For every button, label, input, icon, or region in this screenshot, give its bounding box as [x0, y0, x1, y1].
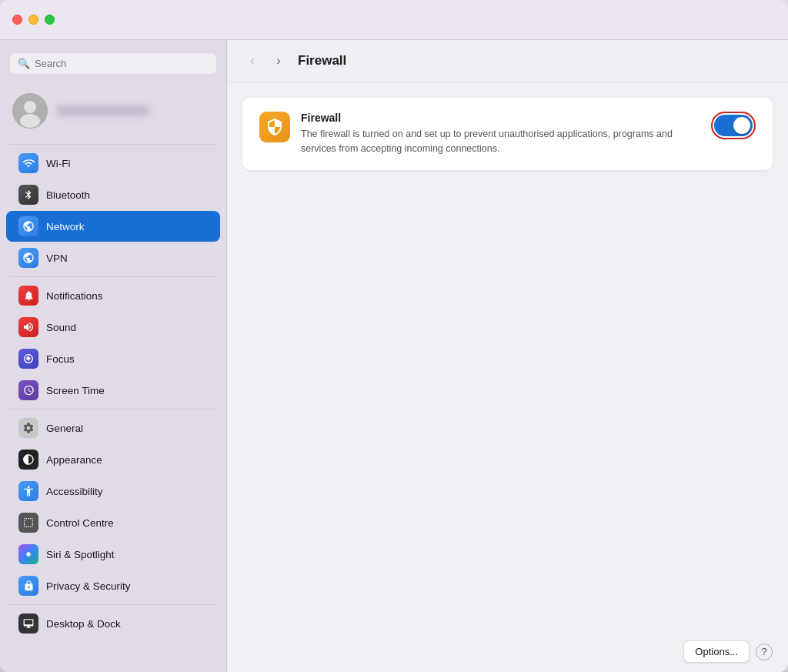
vpn-label: VPN	[46, 252, 68, 264]
firewall-toggle[interactable]	[714, 115, 753, 136]
sidebar-item-focus[interactable]: Focus	[6, 343, 220, 374]
sidebar-item-privacy[interactable]: Privacy & Security	[6, 570, 220, 601]
siri-label: Siri & Spotlight	[46, 549, 115, 560]
accessibility-icon	[18, 481, 38, 501]
bottom-bar: Options... ?	[227, 631, 788, 672]
sidebar-item-accessibility[interactable]: Accessibility	[6, 476, 220, 507]
sidebar-item-sound[interactable]: Sound	[6, 312, 220, 343]
firewall-toggle-wrap	[711, 112, 756, 139]
controlcentre-label: Control Centre	[46, 517, 114, 529]
sidebar: 🔍	[0, 40, 227, 672]
back-button[interactable]: ‹	[242, 51, 262, 71]
network-label: Network	[46, 221, 85, 232]
options-button[interactable]: Options...	[683, 640, 750, 663]
close-button[interactable]	[12, 15, 22, 25]
sidebar-item-general[interactable]: General	[6, 413, 220, 443]
wifi-label: Wi-Fi	[46, 158, 70, 169]
sidebar-item-network[interactable]: Network	[6, 211, 220, 242]
svg-point-1	[24, 101, 36, 113]
search-bar[interactable]: 🔍	[9, 52, 217, 75]
user-profile[interactable]	[0, 87, 226, 141]
traffic-lights	[12, 15, 55, 25]
general-icon	[18, 418, 38, 438]
maximize-button[interactable]	[45, 15, 55, 25]
sidebar-item-notifications[interactable]: Notifications	[6, 280, 220, 311]
notifications-label: Notifications	[46, 290, 103, 302]
firewall-card: Firewall The firewall is turned on and s…	[242, 98, 773, 170]
main-window: 🔍	[0, 0, 788, 672]
firewall-title: Firewall	[301, 112, 700, 124]
bluetooth-icon	[18, 185, 38, 205]
sound-label: Sound	[46, 322, 76, 333]
sidebar-item-screentime[interactable]: Screen Time	[6, 375, 220, 406]
bluetooth-label: Bluetooth	[46, 189, 90, 201]
accessibility-label: Accessibility	[46, 486, 103, 497]
notifications-icon	[18, 286, 38, 306]
sidebar-item-siri[interactable]: Siri & Spotlight	[6, 539, 220, 570]
sidebar-item-wifi[interactable]: Wi-Fi	[6, 148, 220, 179]
screentime-icon	[18, 380, 38, 400]
firewall-description: The firewall is turned on and set up to …	[301, 127, 700, 156]
focus-label: Focus	[46, 353, 75, 365]
general-label: General	[46, 423, 83, 434]
help-button[interactable]: ?	[756, 644, 773, 660]
sidebar-item-controlcentre[interactable]: Control Centre	[6, 507, 220, 538]
titlebar	[0, 0, 788, 40]
separator-4	[9, 604, 217, 605]
svg-point-3	[26, 552, 30, 556]
content-body: Firewall The firewall is turned on and s…	[227, 82, 788, 631]
minimize-button[interactable]	[28, 15, 38, 25]
forward-button[interactable]: ›	[269, 51, 289, 71]
separator-2	[9, 276, 217, 277]
firewall-app-icon	[259, 112, 290, 142]
search-icon: 🔍	[18, 58, 30, 69]
siri-icon	[18, 544, 38, 564]
appearance-icon	[18, 450, 38, 470]
svg-point-2	[20, 114, 40, 128]
appearance-label: Appearance	[46, 454, 102, 466]
sidebar-item-desktop[interactable]: Desktop & Dock	[6, 608, 220, 639]
network-icon	[18, 216, 38, 236]
sidebar-item-bluetooth[interactable]: Bluetooth	[6, 179, 220, 210]
avatar	[12, 93, 48, 129]
content-header: ‹ › Firewall	[227, 40, 788, 82]
main-layout: 🔍	[0, 40, 788, 672]
separator-1	[9, 144, 217, 145]
screentime-label: Screen Time	[46, 385, 105, 396]
sound-icon	[18, 317, 38, 337]
privacy-label: Privacy & Security	[46, 580, 131, 592]
page-title: Firewall	[298, 53, 346, 69]
sidebar-item-vpn[interactable]: VPN	[6, 242, 220, 273]
sidebar-item-appearance[interactable]: Appearance	[6, 444, 220, 475]
desktop-label: Desktop & Dock	[46, 618, 121, 630]
separator-3	[9, 409, 217, 410]
focus-icon	[18, 349, 38, 369]
desktop-icon	[18, 613, 38, 634]
vpn-icon	[18, 248, 38, 268]
toggle-knob	[733, 117, 750, 134]
controlcentre-icon	[18, 513, 38, 533]
content-area: ‹ › Firewall Firewall The firewall is tu…	[227, 40, 788, 672]
firewall-info: Firewall The firewall is turned on and s…	[301, 112, 700, 156]
privacy-icon	[18, 576, 38, 596]
wifi-icon	[18, 153, 38, 173]
user-name	[57, 105, 149, 116]
search-input[interactable]	[35, 58, 209, 69]
